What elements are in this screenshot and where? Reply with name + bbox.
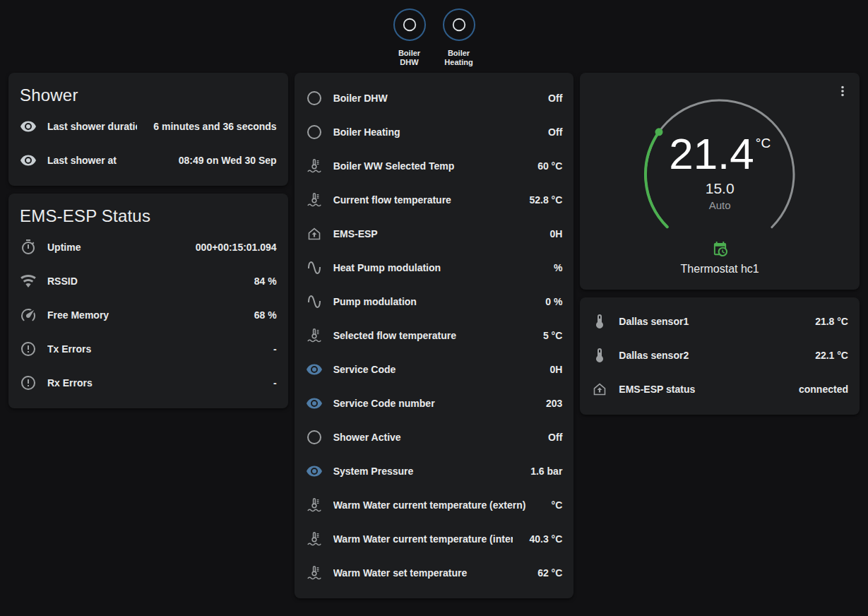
- eye-icon: [20, 118, 37, 135]
- entity-label: Rx Errors: [47, 377, 257, 389]
- entity-value: %: [554, 262, 562, 273]
- entity-row-boiler-ww-selected-temp[interactable]: Boiler WW Selected Temp 60 °C: [306, 149, 563, 183]
- entity-value: 52.8 °C: [529, 194, 562, 206]
- entity-value: 5 °C: [543, 330, 562, 341]
- entity-row-service-code-number[interactable]: Service Code number 203: [306, 386, 563, 420]
- boiler-heating-label: Boiler Heating: [444, 49, 472, 67]
- entity-value: connected: [799, 384, 848, 395]
- entity-label: Free Memory: [47, 309, 238, 321]
- entity-value: 000+00:15:01.094: [196, 242, 277, 253]
- shower-card-title: Shower: [20, 78, 277, 109]
- thermostat-name: Thermostat hc1: [681, 263, 759, 276]
- entity-value: 0 %: [545, 296, 562, 307]
- sine-wave-icon: [306, 259, 323, 276]
- thermometer-icon: [591, 313, 608, 330]
- circle-outline-icon: [306, 429, 323, 446]
- entity-row-rx-errors[interactable]: Rx Errors -: [20, 366, 277, 400]
- entity-value: 22.1 °C: [815, 350, 848, 361]
- entity-value: 21.8 °C: [815, 316, 848, 327]
- entity-value: 40.3 °C: [529, 533, 562, 545]
- entity-row-shower-active[interactable]: Shower Active Off: [306, 420, 563, 454]
- dashboard: Boiler DHW Boiler Heating Shower Last sh…: [0, 0, 868, 598]
- entity-row-last-shower-duration[interactable]: Last shower duration 6 minutes and 36 se…: [20, 109, 277, 143]
- ems-esp-status-card: EMS-ESP Status Uptime 000+00:15:01.094 R…: [8, 194, 288, 408]
- left-column: Shower Last shower duration 6 minutes an…: [8, 73, 288, 408]
- entity-value: Off: [548, 432, 562, 443]
- entity-value: Off: [548, 93, 562, 104]
- entity-label: Warm Water current temperature (intern): [333, 533, 513, 545]
- boiler-dhw-button[interactable]: Boiler DHW: [389, 8, 430, 67]
- boiler-entities-card: Boiler DHW Off Boiler Heating Off Boiler…: [295, 73, 574, 598]
- boiler-heating-button[interactable]: Boiler Heating: [439, 8, 480, 67]
- entity-row-ww-current-temp-intern[interactable]: Warm Water current temperature (intern) …: [306, 522, 563, 556]
- thermometer-water-icon: [306, 497, 323, 514]
- entity-row-heat-pump-modulation[interactable]: Heat Pump modulation %: [306, 251, 563, 285]
- entity-value: 0H: [549, 228, 562, 239]
- entity-row-dallas-sensor1[interactable]: Dallas sensor1 21.8 °C: [591, 304, 848, 338]
- entity-label: Boiler WW Selected Temp: [333, 160, 522, 172]
- entity-value: Off: [548, 126, 562, 138]
- entity-value: 84 %: [254, 276, 277, 287]
- entity-label: Warm Water current temperature (extern): [333, 499, 535, 511]
- entity-row-uptime[interactable]: Uptime 000+00:15:01.094: [20, 230, 277, 264]
- thermostat-dial[interactable]: [636, 91, 803, 258]
- entity-row-dallas-sensor2[interactable]: Dallas sensor2 22.1 °C: [591, 338, 848, 372]
- entity-label: Dallas sensor1: [619, 316, 799, 327]
- thermostat-menu-button[interactable]: [830, 78, 855, 104]
- sensors-card: Dallas sensor1 21.8 °C Dallas sensor2 22…: [580, 297, 860, 415]
- right-column: 21.4 °C 15.0 Auto Thermostat hc1 Dallas …: [580, 73, 860, 415]
- entity-label: Dallas sensor2: [619, 350, 799, 361]
- entity-row-current-flow-temperature[interactable]: Current flow temperature 52.8 °C: [306, 183, 563, 217]
- entity-row-system-pressure[interactable]: System Pressure 1.6 bar: [306, 454, 563, 488]
- entity-value: °C: [552, 499, 563, 511]
- entity-row-free-memory[interactable]: Free Memory 68 %: [20, 298, 277, 332]
- dial-heat-arc: [636, 91, 803, 258]
- thermometer-water-icon: [306, 531, 323, 547]
- eye-icon: [20, 152, 37, 169]
- entity-label: RSSID: [47, 276, 238, 287]
- entity-label: Service Code: [333, 364, 534, 375]
- dial-setpoint-handle[interactable]: [655, 128, 663, 136]
- entity-row-last-shower-at[interactable]: Last shower at 08:49 on Wed 30 Sep: [20, 143, 277, 177]
- entity-label: System Pressure: [333, 466, 515, 477]
- eye-icon: [306, 463, 323, 480]
- entity-value: 60 °C: [537, 160, 562, 172]
- circle-outline-icon: [443, 8, 475, 41]
- entity-row-boiler-dhw[interactable]: Boiler DHW Off: [306, 81, 563, 115]
- entity-row-rssid[interactable]: RSSID 84 %: [20, 264, 277, 298]
- gauge-icon: [20, 307, 37, 324]
- entity-row-ems-esp[interactable]: EMS-ESP 0H: [306, 217, 563, 251]
- entity-row-ww-set-temperature[interactable]: Warm Water set temperature 62 °C: [306, 556, 563, 590]
- boiler-dhw-label: Boiler DHW: [398, 49, 420, 67]
- entity-label: Heat Pump modulation: [333, 262, 537, 273]
- entity-row-selected-flow-temperature[interactable]: Selected flow temperature 5 °C: [306, 319, 563, 353]
- entity-label: Service Code number: [333, 398, 530, 409]
- entity-row-boiler-heating[interactable]: Boiler Heating Off: [306, 115, 563, 149]
- entity-value: 0H: [549, 364, 562, 375]
- thermometer-water-icon: [306, 158, 323, 174]
- circle-outline-icon: [306, 124, 323, 141]
- wifi-icon: [20, 273, 37, 290]
- entity-row-tx-errors[interactable]: Tx Errors -: [20, 332, 277, 366]
- thermostat-gauge[interactable]: 21.4 °C 15.0 Auto: [636, 91, 803, 261]
- entity-label: Boiler DHW: [333, 93, 532, 104]
- thermometer-water-icon: [306, 564, 323, 581]
- entity-row-pump-modulation[interactable]: Pump modulation 0 %: [306, 285, 563, 319]
- entity-row-ww-current-temp-extern[interactable]: Warm Water current temperature (extern) …: [306, 488, 563, 522]
- entity-label: Warm Water set temperature: [333, 567, 522, 579]
- entity-row-ems-esp-status[interactable]: EMS-ESP status connected: [591, 372, 848, 406]
- entity-value: -: [273, 377, 277, 389]
- entity-label: Boiler Heating: [333, 126, 532, 138]
- entity-label: EMS-ESP status: [619, 384, 783, 395]
- entity-value: 203: [546, 398, 562, 409]
- entity-label: Last shower duration: [47, 121, 137, 132]
- entity-label: Last shower at: [47, 155, 162, 166]
- eye-icon: [306, 395, 323, 412]
- shower-card: Shower Last shower duration 6 minutes an…: [8, 73, 288, 186]
- eye-icon: [306, 361, 323, 378]
- entity-value: 1.6 bar: [530, 466, 562, 477]
- home-export-icon: [591, 381, 608, 398]
- sine-wave-icon: [306, 293, 323, 310]
- entity-row-service-code[interactable]: Service Code 0H: [306, 353, 563, 386]
- entity-label: EMS-ESP: [333, 228, 534, 239]
